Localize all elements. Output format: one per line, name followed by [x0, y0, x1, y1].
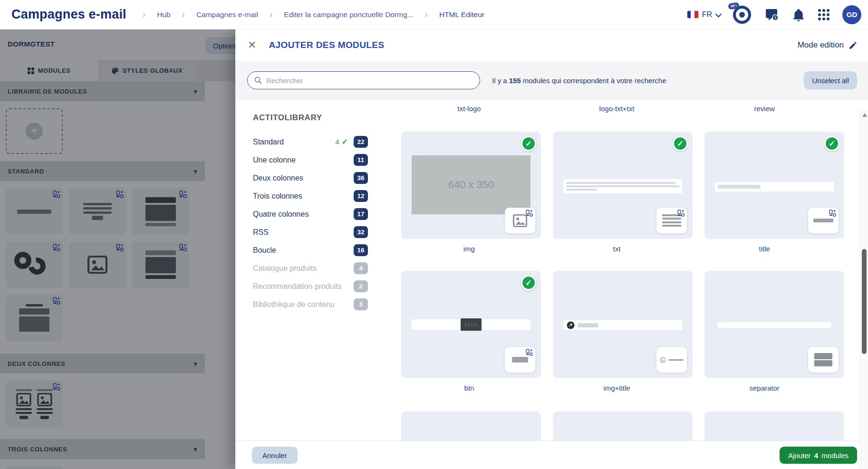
modal-footer: Annuler Ajouter 4 modules	[235, 440, 868, 469]
breadcrumb-html-editeur: HTML Editeur	[439, 10, 484, 19]
vertical-scrollbar[interactable]	[860, 110, 868, 469]
module-add-icon	[526, 349, 533, 356]
category-item-deux-colonnes[interactable]: Deux colonnes 36	[253, 170, 368, 186]
scrollbar-thumb[interactable]	[862, 249, 867, 354]
category-label: Catalogue produits	[253, 264, 317, 273]
module-card-partial[interactable]	[401, 412, 541, 440]
apps-grid-icon[interactable]	[818, 9, 829, 20]
top-header: Campagnes e-mail › Hub › Campagnes e-mai…	[0, 0, 868, 29]
module-type-chip	[808, 347, 839, 373]
category-item-boucle[interactable]: Boucle 16	[253, 242, 368, 258]
module-card-partial[interactable]	[553, 412, 693, 440]
selected-check-badge[interactable]: ✓	[673, 136, 688, 151]
module-label-logo-txt-txt: logo-txt+txt	[549, 105, 685, 113]
breadcrumb-separator-icon: ›	[182, 9, 185, 20]
svg-text:?: ?	[774, 16, 777, 20]
language-code: FR	[702, 10, 712, 19]
category-item-catalogue-produits: Catalogue produits 4	[253, 260, 368, 276]
results-count: 155	[509, 77, 521, 85]
module-row-2: ✓	[401, 271, 844, 378]
module-label-btn: btn	[401, 384, 537, 392]
mode-edition-toggle[interactable]: Mode edition	[798, 40, 858, 50]
selected-check-badge[interactable]: ✓	[824, 136, 839, 151]
category-item-trois-colonnes[interactable]: Trois colonnes 12	[253, 188, 368, 204]
breadcrumb-separator-icon: ›	[270, 9, 272, 20]
cancel-button[interactable]: Annuler	[252, 447, 298, 464]
category-item-bibliotheque-contenu: Bibliothèque de contenu 3	[253, 297, 368, 312]
module-add-icon	[677, 210, 685, 217]
module-card-btn[interactable]: ✓	[401, 271, 541, 378]
help-chat-icon[interactable]: ?	[764, 7, 779, 22]
chevron-up-icon[interactable]	[862, 113, 867, 117]
category-label: Recommandation produits	[253, 282, 342, 291]
category-item-rss[interactable]: RSS 32	[253, 224, 368, 240]
bell-icon[interactable]	[792, 8, 805, 22]
modal-toolbar: Il y a 155 modules qui correspondent à v…	[235, 61, 868, 100]
label-row-1: img txt title	[401, 245, 844, 253]
unselect-all-button[interactable]: Unselect all	[804, 71, 857, 89]
modal-title: AJOUTER DES MODULES	[269, 40, 384, 50]
assistant-icon[interactable]: Hi !	[733, 6, 751, 24]
category-list: Standard 4 ✓ 22 Une colonne 11 Deux colo…	[253, 134, 368, 312]
category-item-une-colonne[interactable]: Une colonne 11	[253, 152, 368, 168]
category-count-badge: 11	[354, 154, 368, 166]
add-count: 4	[814, 451, 818, 459]
results-suffix: modules qui correspondent à votre recher…	[523, 77, 666, 85]
module-type-chip	[656, 347, 687, 373]
breadcrumb: › Hub › Campagnes e-mail › Editer la cam…	[143, 10, 484, 20]
module-type-chip	[656, 208, 687, 233]
module-card-separator[interactable]	[704, 271, 844, 378]
module-card-title[interactable]: ✓	[704, 132, 844, 239]
add-modules-button[interactable]: Ajouter 4 modules	[780, 447, 857, 464]
results-prefix: Il y a	[492, 77, 507, 85]
category-label: RSS	[253, 228, 269, 237]
language-selector[interactable]: FR	[687, 10, 720, 19]
button-pill-icon	[512, 357, 528, 363]
category-label: Une colonne	[253, 156, 296, 164]
category-count-badge: 4	[354, 262, 368, 274]
add-prefix: Ajouter	[788, 451, 811, 459]
results-count-text: Il y a 155 modules qui correspondent à v…	[492, 61, 666, 100]
chevron-down-icon	[715, 10, 722, 17]
breadcrumb-separator-icon: ›	[425, 9, 428, 20]
partial-label-row: txt-logo logo-txt+txt review	[401, 105, 844, 113]
label-row-2: btn img+title separator	[401, 384, 844, 392]
module-type-chip	[808, 208, 839, 233]
category-item-quatre-colonnes[interactable]: Quatre colonnes 17	[253, 206, 368, 222]
category-item-recommandation-produits: Recommandation produits 2	[253, 278, 368, 294]
module-card-partial[interactable]	[704, 412, 844, 440]
category-count-badge: 3	[354, 298, 368, 310]
close-icon[interactable]: ✕	[248, 39, 256, 51]
module-card-txt[interactable]: ✓	[553, 132, 693, 239]
breadcrumb-separator-icon: ›	[143, 9, 145, 20]
module-row-3-partial	[401, 412, 844, 440]
selected-check-badge[interactable]: ✓	[521, 275, 536, 290]
module-card-img[interactable]: 640 x 350 ✓	[401, 132, 541, 239]
selected-check-badge[interactable]: ✓	[521, 136, 536, 151]
category-label: Bibliothèque de contenu	[253, 300, 335, 309]
modal-body: ACTITOLIBRARY Standard 4 ✓ 22 Une colonn…	[235, 100, 868, 440]
module-add-icon	[829, 210, 836, 217]
breadcrumb-editer-campagne[interactable]: Editer la campagne ponctuelle Dormg...	[284, 10, 413, 19]
module-type-chip	[505, 347, 535, 373]
module-row-1: 640 x 350 ✓	[401, 132, 844, 239]
search-box	[247, 71, 480, 89]
image-placeholder: 640 x 350	[412, 155, 530, 214]
mode-edition-label: Mode edition	[798, 40, 844, 50]
pencil-icon	[849, 41, 858, 50]
module-card-img-title[interactable]	[553, 271, 693, 378]
category-item-standard[interactable]: Standard 4 ✓ 22	[253, 134, 368, 150]
circle-image-icon	[567, 321, 575, 329]
category-label: Boucle	[253, 246, 276, 255]
header-actions: FR Hi ! ? GD	[687, 5, 861, 24]
category-selected-indicator: 4 ✓	[336, 137, 348, 146]
category-count-badge: 17	[354, 208, 368, 220]
breadcrumb-campagnes[interactable]: Campagnes e-mail	[196, 10, 258, 19]
separator-icon	[814, 352, 832, 367]
module-label-txt-logo: txt-logo	[401, 105, 537, 113]
avatar[interactable]: GD	[842, 5, 861, 24]
search-input[interactable]	[266, 77, 473, 85]
breadcrumb-hub[interactable]: Hub	[157, 10, 170, 19]
category-count-badge: 36	[354, 172, 368, 184]
module-label-title: title	[696, 245, 832, 253]
